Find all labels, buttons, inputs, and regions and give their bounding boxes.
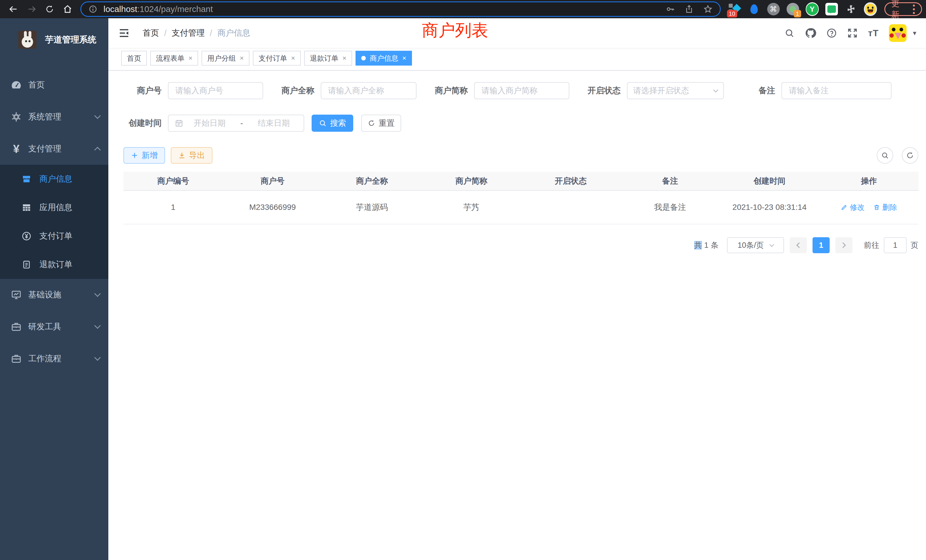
browser-profile-avatar[interactable] (864, 3, 877, 16)
kite-shape (750, 4, 758, 14)
top-navbar: 首页 / 支付管理 / 商户信息 商户列表 тT ▾ (108, 18, 926, 48)
sidebar-item-label: 商户信息 (39, 173, 73, 185)
cell-full-name: 芋道源码 (322, 202, 422, 213)
refresh-button[interactable] (902, 147, 918, 163)
merchant-name-label: 商户全称 (276, 85, 315, 96)
hamburger-collapse-icon[interactable] (118, 27, 130, 39)
chevron-down-icon (94, 354, 101, 361)
close-icon[interactable]: × (402, 54, 406, 62)
hide-search-button[interactable] (877, 147, 893, 163)
close-icon[interactable]: × (291, 54, 295, 62)
sidebar-item-pay-order[interactable]: 支付订单 (0, 222, 108, 250)
tab-merchant-info[interactable]: 商户信息× (356, 51, 412, 65)
reset-button[interactable]: 重置 (361, 115, 401, 132)
extension-command-icon[interactable]: ⌘ (767, 3, 780, 16)
table-row: 1 M233666999 芋道源码 芋艿 我是备注 2021-10-23 08:… (123, 191, 918, 224)
extension-row: 10 ⌘ 1 Y (728, 3, 877, 16)
add-button[interactable]: 新增 (123, 147, 165, 163)
chat-shape (825, 3, 838, 15)
tab-label: 首页 (127, 54, 141, 63)
github-icon[interactable] (805, 27, 816, 39)
font-size-icon[interactable]: тT (868, 28, 879, 38)
url-text[interactable]: localhost:1024/pay/merchant (103, 4, 656, 14)
search-icon[interactable] (784, 28, 794, 38)
extension-pin-icon[interactable]: 10 (728, 3, 741, 16)
sidebar-item-infra[interactable]: 基础设施 (0, 279, 108, 311)
tab-pay-order[interactable]: 支付订单× (253, 51, 301, 65)
update-label: 更新 (891, 0, 906, 20)
sidebar-item-pay[interactable]: ¥ 支付管理 (0, 133, 108, 165)
cell-merchant-id: 1 (123, 203, 223, 212)
remark-input[interactable] (781, 82, 891, 99)
toolbox-icon (9, 321, 23, 332)
tab-process-form[interactable]: 流程表单× (150, 51, 198, 65)
sidebar-item-system[interactable]: 系统管理 (0, 101, 108, 133)
tab-refund-order[interactable]: 退款订单× (304, 51, 352, 65)
goto-page-input[interactable] (884, 237, 906, 253)
extensions-puzzle-icon[interactable] (844, 3, 858, 16)
col-header-merchant-no: 商户号 (223, 176, 322, 186)
breadcrumb-pay[interactable]: 支付管理 (172, 27, 205, 39)
delete-link[interactable]: 删除 (873, 203, 897, 212)
share-icon[interactable] (684, 5, 694, 14)
app-logo[interactable]: 芋道管理系统 (0, 18, 108, 61)
address-bar[interactable]: localhost:1024/pay/merchant (80, 2, 721, 17)
breadcrumb: 首页 / 支付管理 / 商户信息 (142, 27, 250, 39)
chevron-down-icon (94, 291, 101, 297)
user-avatar[interactable] (889, 24, 906, 42)
star-bookmark-icon[interactable] (704, 5, 713, 14)
prev-page-button[interactable] (790, 237, 807, 253)
tab-user-group[interactable]: 用户分组× (201, 51, 250, 65)
sidebar-item-app-info[interactable]: 应用信息 (0, 193, 108, 222)
fullscreen-icon[interactable] (847, 28, 858, 38)
browser-menu-icon[interactable] (913, 5, 915, 14)
help-icon[interactable] (826, 28, 837, 38)
export-button[interactable]: 导出 (171, 147, 212, 163)
browser-reload-icon[interactable] (45, 5, 54, 14)
extension-badge: 10 (727, 10, 737, 17)
yen-icon: ¥ (9, 143, 23, 154)
info-icon[interactable] (89, 5, 97, 14)
search-button[interactable]: 搜索 (312, 115, 353, 132)
merchant-name-input[interactable] (321, 82, 416, 99)
breadcrumb-home[interactable]: 首页 (142, 27, 159, 39)
avatar-caret-down-icon[interactable]: ▾ (913, 29, 916, 37)
merchant-no-input[interactable] (168, 82, 263, 99)
current-page-button[interactable]: 1 (813, 237, 830, 253)
browser-update-button[interactable]: 更新 (884, 2, 922, 16)
reset-button-label: 重置 (378, 118, 395, 129)
browser-forward-icon[interactable] (27, 4, 36, 14)
edit-link[interactable]: 修改 (841, 203, 865, 212)
navbar-actions: тT ▾ (784, 24, 916, 42)
next-page-button[interactable] (835, 237, 852, 253)
extension-chat-icon[interactable] (825, 3, 838, 16)
sidebar-item-dev-tools[interactable]: 研发工具 (0, 311, 108, 343)
monitor-icon (9, 289, 23, 300)
page-size-select[interactable]: 10条/页 (727, 237, 784, 253)
emoji-avatar (864, 2, 877, 16)
extension-badge-one: 1 (794, 10, 801, 17)
browser-home-icon[interactable] (63, 4, 73, 14)
breadcrumb-separator: / (164, 29, 166, 38)
extension-y-icon[interactable]: Y (806, 3, 819, 16)
create-time-range-picker[interactable]: 开始日期 - 结束日期 (168, 115, 304, 132)
status-select[interactable]: 请选择开启状态 (627, 82, 724, 99)
extension-recorder-icon[interactable]: 1 (786, 3, 799, 16)
close-icon[interactable]: × (342, 54, 346, 62)
sidebar-item-workflow[interactable]: 工作流程 (0, 343, 108, 375)
sidebar-item-label: 应用信息 (39, 202, 73, 213)
col-header-create-time: 创建时间 (720, 176, 819, 186)
key-icon[interactable] (666, 5, 675, 14)
close-icon[interactable]: × (188, 54, 192, 62)
browser-back-icon[interactable] (9, 4, 18, 14)
extension-kite-icon[interactable] (747, 3, 761, 16)
sidebar-item-label: 支付管理 (28, 143, 61, 154)
close-icon[interactable]: × (240, 54, 244, 62)
sidebar-item-refund-order[interactable]: 退款订单 (0, 250, 108, 279)
chevron-up-icon (94, 147, 101, 153)
sidebar-item-label: 研发工具 (28, 321, 61, 333)
sidebar-item-home[interactable]: 首页 (0, 69, 108, 101)
sidebar-item-merchant-info[interactable]: 商户信息 (0, 165, 108, 193)
merchant-short-input[interactable] (474, 82, 569, 99)
tab-home[interactable]: 首页 (121, 51, 147, 65)
